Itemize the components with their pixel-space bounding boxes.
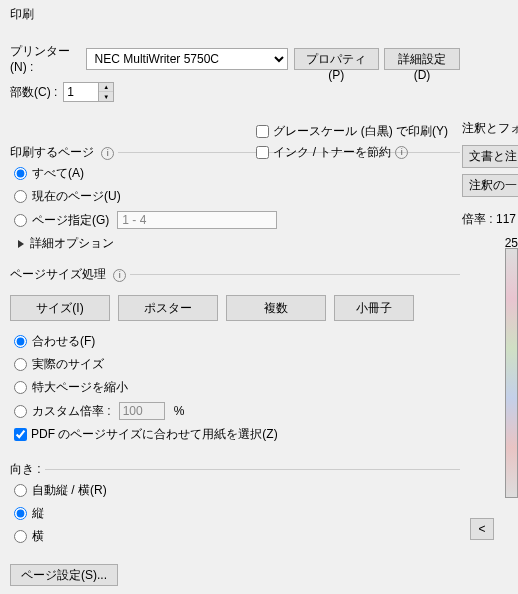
- landscape-radio[interactable]: [14, 530, 27, 543]
- printer-select[interactable]: NEC MultiWriter 5750C: [86, 48, 288, 70]
- copies-label: 部数(C) :: [10, 84, 57, 101]
- actual-size-radio[interactable]: [14, 358, 27, 371]
- pages-group-title: 印刷するページ: [10, 145, 94, 159]
- sizing-group-title: ページサイズ処理: [10, 267, 106, 281]
- fit-radio[interactable]: [14, 335, 27, 348]
- orientation-group: 向き : 自動縦 / 横(R) 縦 横: [10, 461, 460, 551]
- page-setup-button[interactable]: ページ設定(S)...: [10, 564, 118, 586]
- auto-orient-radio[interactable]: [14, 484, 27, 497]
- shrink-label: 特大ページを縮小: [32, 379, 128, 396]
- copies-up-icon[interactable]: ▲: [99, 83, 113, 92]
- zoom-label: 倍率 : 117: [462, 211, 518, 228]
- landscape-label: 横: [32, 528, 44, 545]
- sizing-group: ページサイズ処理 i サイズ(I) ポスター 複数 小冊子 合わせる(F) 実際…: [10, 266, 460, 447]
- copies-down-icon[interactable]: ▼: [99, 92, 113, 101]
- custom-scale-unit: %: [174, 404, 185, 418]
- docs-and-annotations-button[interactable]: 文書と注: [462, 145, 518, 168]
- poster-tab-button[interactable]: ポスター: [118, 295, 218, 321]
- auto-orient-label: 自動縦 / 横(R): [32, 482, 107, 499]
- shrink-radio[interactable]: [14, 381, 27, 394]
- printer-label: プリンター(N) :: [10, 43, 80, 74]
- size-tab-button[interactable]: サイズ(I): [10, 295, 110, 321]
- info-icon[interactable]: i: [113, 269, 126, 282]
- chevron-right-icon: [18, 240, 24, 248]
- pages-range-input[interactable]: [117, 211, 277, 229]
- portrait-radio[interactable]: [14, 507, 27, 520]
- prev-page-button[interactable]: <: [470, 518, 494, 540]
- advanced-options-label: 詳細オプション: [30, 235, 114, 252]
- info-icon[interactable]: i: [395, 146, 408, 159]
- orientation-group-title: 向き :: [10, 461, 45, 478]
- copies-input[interactable]: [63, 82, 99, 102]
- pages-range-radio[interactable]: [14, 214, 27, 227]
- info-icon[interactable]: i: [101, 147, 114, 160]
- grayscale-checkbox[interactable]: [256, 125, 269, 138]
- pages-all-label: すべて(A): [32, 165, 84, 182]
- pages-all-radio[interactable]: [14, 167, 27, 180]
- pages-range-label: ページ指定(G): [32, 212, 109, 229]
- dialog-title: 印刷: [10, 6, 508, 23]
- properties-button[interactable]: プロパティ(P): [294, 48, 379, 70]
- preview-thumbnail: [505, 248, 518, 498]
- annotations-label: 注釈とフォ: [462, 120, 518, 137]
- copies-spinner[interactable]: ▲ ▼: [99, 82, 114, 102]
- pages-current-label: 現在のページ(U): [32, 188, 121, 205]
- ink-save-checkbox[interactable]: [256, 146, 269, 159]
- ink-save-label: インク / トナーを節約: [273, 144, 391, 161]
- actual-size-label: 実際のサイズ: [32, 356, 104, 373]
- choose-paper-label: PDF のページサイズに合わせて用紙を選択(Z): [31, 426, 278, 443]
- choose-paper-checkbox[interactable]: [14, 428, 27, 441]
- fit-label: 合わせる(F): [32, 333, 95, 350]
- annotation-summary-button[interactable]: 注釈の一: [462, 174, 518, 197]
- pages-current-radio[interactable]: [14, 190, 27, 203]
- grayscale-label: グレースケール (白黒) で印刷(Y): [273, 123, 448, 140]
- advanced-settings-button[interactable]: 詳細設定(D): [384, 48, 460, 70]
- portrait-label: 縦: [32, 505, 44, 522]
- custom-scale-radio[interactable]: [14, 405, 27, 418]
- booklet-tab-button[interactable]: 小冊子: [334, 295, 414, 321]
- multiple-tab-button[interactable]: 複数: [226, 295, 326, 321]
- custom-scale-label: カスタム倍率 :: [32, 403, 111, 420]
- custom-scale-input[interactable]: [119, 402, 165, 420]
- advanced-options-toggle[interactable]: 詳細オプション: [18, 235, 460, 252]
